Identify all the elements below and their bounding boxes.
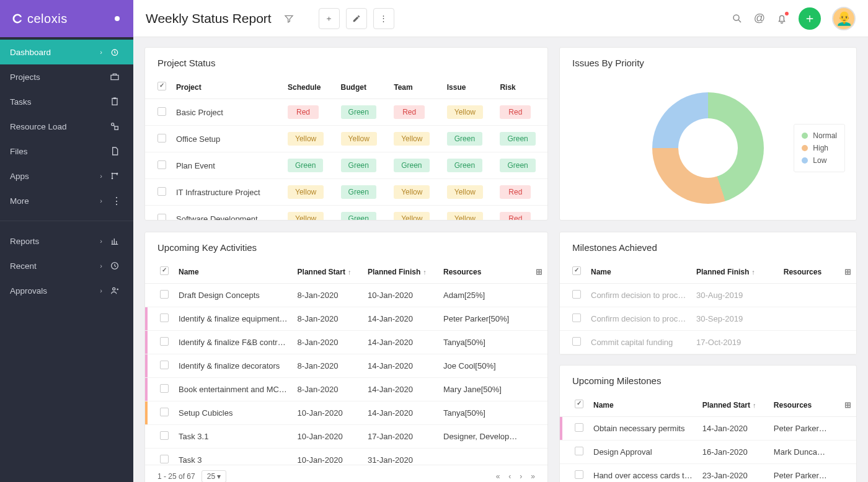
col-name[interactable]: Name [586,260,691,284]
sidebar-item-resource-load[interactable]: Resource Load [0,114,133,139]
row-checkbox[interactable] [160,313,169,322]
cell-start: 8-Jan-2020 [293,331,363,354]
notifications-icon[interactable] [776,13,787,24]
table-row[interactable]: Setup Cubicles10-Jan-202014-Jan-2020Tany… [145,401,547,425]
brand-block[interactable]: celoxis [0,0,133,37]
sidebar-item-more[interactable]: More›⋮ [0,188,133,213]
cell-name: Hand over access cards t… [588,464,698,483]
table-row[interactable]: Book entertainment and MC…8-Jan-202014-J… [145,378,547,401]
legend-item[interactable]: High [802,142,837,154]
table-row[interactable]: Obtain necessary permits14-Jan-2020Peter… [560,417,856,440]
status-badge: Red [394,105,425,119]
columns-picker-icon[interactable]: ⊞ [844,267,851,276]
row-checkbox[interactable] [160,337,169,346]
col-risk[interactable]: Risk [495,76,547,99]
cell-resources [779,331,839,354]
global-add-button[interactable]: ＋ [799,7,821,30]
cell-resources: Peter Parker[50%] [438,307,531,331]
select-all-checkbox[interactable] [157,82,166,90]
table-row[interactable]: Draft Design Concepts8-Jan-202010-Jan-20… [145,284,547,307]
table-row[interactable]: Identify & finalize equipment…8-Jan-2020… [145,307,547,331]
row-checkbox[interactable] [157,214,166,221]
legend-item[interactable]: Low [802,154,837,167]
user-avatar[interactable]: 👨‍🦲 [832,7,856,30]
col-name[interactable]: Name [174,260,293,284]
status-badge: Yellow [447,105,483,119]
table-row[interactable]: Identify & finalize decorators8-Jan-2020… [145,354,547,378]
row-checkbox[interactable] [575,447,583,455]
row-checkbox[interactable] [575,423,583,432]
edit-button[interactable] [346,8,367,29]
col-planned-finish[interactable]: Planned Finish↑ [363,260,438,284]
col-planned-start[interactable]: Planned Start↑ [293,260,363,284]
select-all-checkbox[interactable] [160,266,169,275]
table-row[interactable]: Task 3.110-Jan-202017-Jan-2020Designer, … [145,425,547,449]
sidebar-item-files[interactable]: Files [0,139,133,164]
table-row[interactable]: Commit capital funding17-Oct-2019 [560,331,856,354]
table-row[interactable]: Basic ProjectRedGreenRedYellowRed [145,99,547,126]
add-button[interactable]: ＋ [319,8,340,29]
col-issue[interactable]: Issue [442,76,495,99]
filter-icon[interactable] [284,14,294,24]
table-row[interactable]: IT Infrastructure ProjectYellowGreenYell… [145,179,547,206]
columns-picker-icon[interactable]: ⊞ [536,267,542,276]
row-checkbox[interactable] [572,337,581,346]
page-next[interactable]: › [520,472,522,481]
sidebar-item-reports[interactable]: Reports› [0,229,133,253]
cell-project: Plan Event [171,152,283,179]
page-last[interactable]: » [531,472,535,481]
row-checkbox[interactable] [572,313,581,322]
table-row[interactable]: Design Approval16-Jan-2020Mark Dunca… [560,440,856,464]
donut-chart[interactable] [652,92,764,204]
row-checkbox[interactable] [160,384,169,393]
col-planned-finish[interactable]: Planned Finish↑ [691,260,779,284]
legend-item[interactable]: Normal [802,129,837,142]
col-resources[interactable]: Resources [779,260,839,284]
page-first[interactable]: « [496,472,500,481]
col-name[interactable]: Name [588,393,698,417]
search-icon[interactable] [732,13,743,24]
row-checkbox[interactable] [160,290,169,299]
table-row[interactable]: Confirm decision to proc…30-Sep-2019 [560,307,856,331]
col-planned-start[interactable]: Planned Start↑ [698,393,769,417]
col-resources[interactable]: Resources [769,393,839,417]
page-prev[interactable]: ‹ [508,472,511,481]
row-checkbox[interactable] [572,290,581,299]
col-budget[interactable]: Budget [336,76,389,99]
table-row[interactable]: Plan EventGreenGreenGreenGreenGreen [145,152,547,179]
row-checkbox[interactable] [160,431,169,440]
table-row[interactable]: Confirm decision to proc…30-Aug-2019 [560,284,856,307]
select-all-checkbox[interactable] [572,266,581,275]
row-checkbox[interactable] [160,361,169,369]
sidebar-item-projects[interactable]: Projects [0,64,133,89]
row-checkbox[interactable] [157,160,166,169]
sidebar-item-apps[interactable]: Apps› [0,164,133,188]
table-row[interactable]: Software DevelopmentYellowGreenYellowYel… [145,206,547,221]
sidebar-item-approvals[interactable]: Approvals› [0,278,133,303]
select-all-checkbox[interactable] [575,400,583,408]
sidebar-item-tasks[interactable]: Tasks [0,89,133,114]
mentions-icon[interactable]: @ [754,12,765,25]
page-size-select[interactable]: 25 ▾ [202,470,227,482]
table-row[interactable]: Identify & finalize F&B contr…8-Jan-2020… [145,331,547,354]
col-schedule[interactable]: Schedule [283,76,336,99]
table-row[interactable]: Hand over access cards t…23-Jan-2020Pete… [560,464,856,483]
row-checkbox[interactable] [160,455,169,463]
col-project[interactable]: Project [171,76,283,99]
briefcase-icon [110,72,123,82]
col-resources[interactable]: Resources [438,260,531,284]
row-checkbox[interactable] [575,470,583,479]
status-badge: Yellow [288,212,324,220]
table-row[interactable]: Task 310-Jan-202031-Jan-2020 [145,449,547,465]
row-checkbox[interactable] [160,408,169,416]
status-badge: Yellow [288,185,324,199]
row-checkbox[interactable] [157,187,166,196]
sidebar-item-dashboard[interactable]: Dashboard› [0,40,133,64]
sidebar-item-recent[interactable]: Recent› [0,253,133,278]
row-checkbox[interactable] [157,107,166,116]
row-checkbox[interactable] [157,134,166,142]
col-team[interactable]: Team [389,76,442,99]
table-row[interactable]: Office SetupYellowYellowYellowGreenGreen [145,126,547,152]
more-button[interactable]: ⋮ [373,8,394,29]
columns-picker-icon[interactable]: ⊞ [844,400,851,410]
